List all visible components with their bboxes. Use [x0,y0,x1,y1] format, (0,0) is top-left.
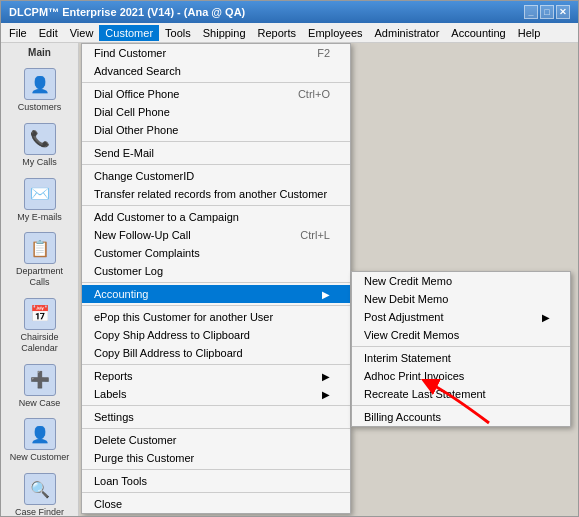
dial-office-item[interactable]: Dial Office Phone Ctrl+O [82,85,350,103]
change-customerid-item[interactable]: Change CustomerID [82,167,350,185]
recreate-last-item[interactable]: Recreate Last Statement [352,385,570,403]
sidebar: Main 👤 Customers 📞 My Calls ✉️ My E-mail… [1,43,79,516]
delete-customer-item[interactable]: Delete Customer [82,431,350,449]
separator-3 [82,164,350,165]
purge-item[interactable]: Purge this Customer [82,449,350,467]
minimize-button[interactable]: _ [524,5,538,19]
post-adjustment-arrow-icon: ▶ [542,312,550,323]
new-followup-item[interactable]: New Follow-Up Call Ctrl+L [82,226,350,244]
dial-other-item[interactable]: Dial Other Phone [82,121,350,139]
new-customer-icon: 👤 [24,418,56,450]
separator-7 [82,364,350,365]
main-window: DLCPM™ Enterprise 2021 (V14) - (Ana @ QA… [0,0,579,517]
sidebar-new-case-label: New Case [19,398,61,409]
new-credit-memo-item[interactable]: New Credit Memo [352,272,570,290]
sidebar-item-chairside[interactable]: 📅 Chairside Calendar [5,294,75,358]
sidebar-my-calls-label: My Calls [22,157,57,168]
complaints-item[interactable]: Customer Complaints [82,244,350,262]
post-adjustment-item[interactable]: Post Adjustment ▶ [352,308,570,326]
sidebar-item-case-finder[interactable]: 🔍 Case Finder [5,469,75,516]
close-item[interactable]: Close [82,495,350,513]
menu-file[interactable]: File [3,25,33,41]
sidebar-item-dept-calls[interactable]: 📋 Department Calls [5,228,75,292]
menu-bar: File Edit View Customer Tools Shipping R… [1,23,578,43]
new-case-icon: ➕ [24,364,56,396]
adhoc-print-item[interactable]: Adhoc Print Invoices [352,367,570,385]
advanced-search-item[interactable]: Advanced Search [82,62,350,80]
interim-statement-item[interactable]: Interim Statement [352,349,570,367]
dial-cell-item[interactable]: Dial Cell Phone [82,103,350,121]
menu-customer[interactable]: Customer [99,25,159,41]
acct-separator-2 [352,405,570,406]
title-bar: DLCPM™ Enterprise 2021 (V14) - (Ana @ QA… [1,1,578,23]
epop-item[interactable]: ePop this Customer for another User [82,308,350,326]
separator-6 [82,305,350,306]
menu-tools[interactable]: Tools [159,25,197,41]
menu-edit[interactable]: Edit [33,25,64,41]
my-calls-icon: 📞 [24,123,56,155]
menu-administrator[interactable]: Administrator [369,25,446,41]
add-campaign-item[interactable]: Add Customer to a Campaign [82,208,350,226]
menu-reports[interactable]: Reports [252,25,303,41]
acct-separator-1 [352,346,570,347]
case-finder-icon: 🔍 [24,473,56,505]
send-email-item[interactable]: Send E-Mail [82,144,350,162]
separator-9 [82,428,350,429]
maximize-button[interactable]: □ [540,5,554,19]
customer-log-item[interactable]: Customer Log [82,262,350,280]
my-emails-icon: ✉️ [24,178,56,210]
separator-10 [82,469,350,470]
accounting-arrow-icon: ▶ [322,289,330,300]
window-title: DLCPM™ Enterprise 2021 (V14) - (Ana @ QA… [9,6,245,18]
billing-accounts-item[interactable]: Billing Accounts [352,408,570,426]
customer-dropdown[interactable]: Find Customer F2 Advanced Search Dial Of… [81,43,351,514]
menu-accounting[interactable]: Accounting [445,25,511,41]
sidebar-item-customers[interactable]: 👤 Customers [5,64,75,117]
settings-item[interactable]: Settings [82,408,350,426]
content-area: Find Customer F2 Advanced Search Dial Of… [79,43,578,516]
menu-employees[interactable]: Employees [302,25,368,41]
sidebar-item-new-customer[interactable]: 👤 New Customer [5,414,75,467]
sidebar-new-customer-label: New Customer [10,452,70,463]
window-controls: _ □ ✕ [524,5,570,19]
sidebar-my-emails-label: My E-mails [17,212,62,223]
separator-4 [82,205,350,206]
copy-ship-item[interactable]: Copy Ship Address to Clipboard [82,326,350,344]
accounting-item[interactable]: Accounting ▶ [82,285,350,303]
find-customer-item[interactable]: Find Customer F2 [82,44,350,62]
sidebar-main-label: Main [28,47,51,58]
main-area: Main 👤 Customers 📞 My Calls ✉️ My E-mail… [1,43,578,516]
dept-calls-icon: 📋 [24,232,56,264]
menu-view[interactable]: View [64,25,100,41]
separator-8 [82,405,350,406]
sidebar-chairside-label: Chairside Calendar [7,332,73,354]
loan-tools-item[interactable]: Loan Tools [82,472,350,490]
labels-item[interactable]: Labels ▶ [82,385,350,403]
menu-shipping[interactable]: Shipping [197,25,252,41]
close-button[interactable]: ✕ [556,5,570,19]
sidebar-dept-calls-label: Department Calls [7,266,73,288]
transfer-records-item[interactable]: Transfer related records from another Cu… [82,185,350,203]
customers-icon: 👤 [24,68,56,100]
separator-11 [82,492,350,493]
separator-5 [82,282,350,283]
sidebar-customers-label: Customers [18,102,62,113]
accounting-submenu[interactable]: New Credit Memo New Debit Memo Post Adju… [351,271,571,427]
new-debit-memo-item[interactable]: New Debit Memo [352,290,570,308]
separator-2 [82,141,350,142]
sidebar-item-new-case[interactable]: ➕ New Case [5,360,75,413]
labels-arrow-icon: ▶ [322,389,330,400]
view-credit-memos-item[interactable]: View Credit Memos [352,326,570,344]
menu-help[interactable]: Help [512,25,547,41]
copy-bill-item[interactable]: Copy Bill Address to Clipboard [82,344,350,362]
chairside-icon: 📅 [24,298,56,330]
sidebar-item-my-emails[interactable]: ✉️ My E-mails [5,174,75,227]
sidebar-item-my-calls[interactable]: 📞 My Calls [5,119,75,172]
sidebar-case-finder-label: Case Finder [15,507,64,516]
dropdown-container: Find Customer F2 Advanced Search Dial Of… [79,43,578,516]
separator-1 [82,82,350,83]
reports-arrow-icon: ▶ [322,371,330,382]
reports-item[interactable]: Reports ▶ [82,367,350,385]
